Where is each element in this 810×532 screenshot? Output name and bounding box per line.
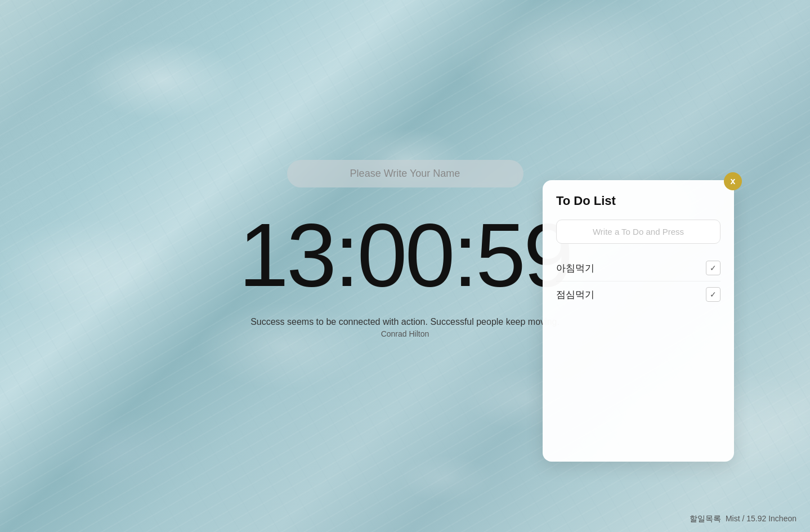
close-button[interactable]: x [724,172,742,190]
todo-item: 점심먹기 ✓ [556,281,721,307]
bottom-bar: 할일목록 Mist / 15.92 Incheon [676,506,810,532]
name-input[interactable] [287,160,523,187]
todo-item-text: 아침먹기 [556,262,594,275]
todo-item: 아침먹기 ✓ [556,255,721,281]
todo-check-button[interactable]: ✓ [706,287,721,302]
bottom-value: Mist / 15.92 Incheon [726,514,796,524]
todo-item-text: 점심먹기 [556,288,594,301]
todo-header: To Do List [556,194,721,208]
todo-panel: x To Do List 아침먹기 ✓ 점심먹기 ✓ [543,180,734,462]
quote-author: Conrad Hilton [250,329,560,338]
todo-title: To Do List [556,194,616,208]
todo-list: 아침먹기 ✓ 점심먹기 ✓ [556,255,721,307]
todo-input[interactable] [556,220,721,244]
name-input-wrapper [287,160,523,187]
bottom-label: 할일목록 [690,514,721,524]
todo-check-button[interactable]: ✓ [706,261,721,275]
quote-section: Success seems to be connected with actio… [250,317,560,338]
clock-display: 13:00:59 [239,210,571,300]
quote-text: Success seems to be connected with actio… [250,317,560,327]
